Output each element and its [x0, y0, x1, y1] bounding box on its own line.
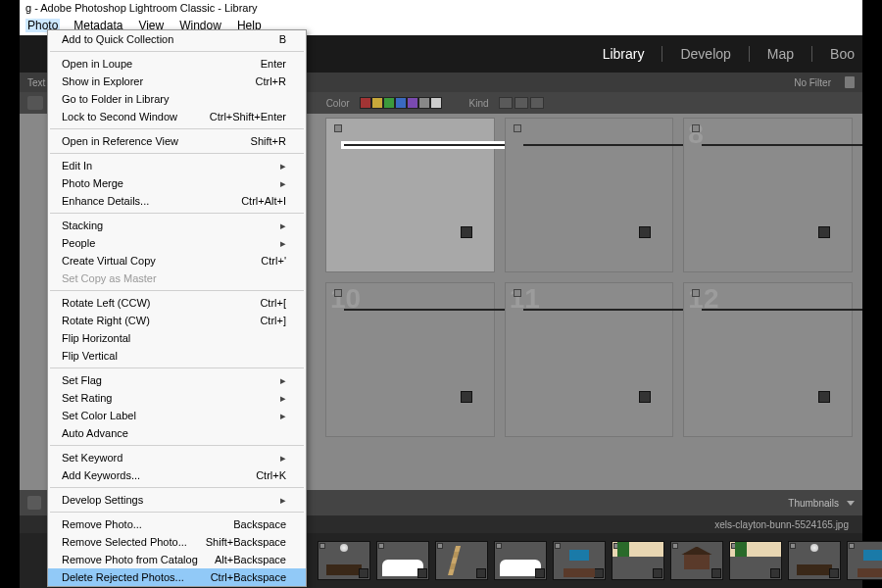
menu-item[interactable]: Open in LoupeEnter [48, 55, 306, 73]
color-swatches[interactable] [360, 97, 442, 109]
filmstrip-thumb[interactable] [729, 541, 782, 580]
separator [811, 46, 812, 62]
separator [662, 46, 662, 62]
color-swatch[interactable] [360, 97, 371, 109]
color-swatch[interactable] [430, 97, 442, 109]
thumbnail-badge-icon [770, 568, 780, 578]
menu-shortcut: Ctrl+[ [260, 297, 286, 309]
filter-lock-icon[interactable] [845, 76, 855, 88]
menu-item[interactable]: Remove Photo...Backspace [48, 515, 306, 533]
pick-flag-icon[interactable] [613, 543, 619, 549]
menu-item[interactable]: Set Rating▸ [48, 389, 306, 407]
filmstrip-thumb[interactable] [612, 541, 664, 580]
menu-shortcut: Backspace [233, 518, 286, 530]
menu-item[interactable]: Remove Photo from CatalogAlt+Backspace [48, 551, 306, 568]
pick-flag-icon[interactable] [672, 543, 678, 549]
menu-shortcut: Ctrl+Shift+Enter [210, 111, 286, 122]
menu-item-label: Flip Horizontal [62, 332, 286, 344]
filmstrip-thumb[interactable] [435, 541, 488, 580]
module-library[interactable]: Library [603, 46, 645, 62]
menu-item[interactable]: Remove Selected Photo...Shift+Backspace [48, 533, 306, 551]
thumbnail-badge-icon [653, 568, 662, 578]
filmstrip-thumb[interactable] [494, 541, 547, 580]
color-swatch[interactable] [371, 97, 383, 109]
pick-flag-icon[interactable] [514, 124, 521, 132]
thumbnail[interactable] [344, 144, 512, 146]
grid-cell[interactable]: 12 [683, 282, 853, 437]
menu-item[interactable]: Show in ExplorerCtrl+R [48, 73, 306, 90]
menu-item[interactable]: Flip Horizontal [48, 329, 306, 347]
filmstrip-thumb[interactable] [553, 541, 606, 580]
thumbnail[interactable] [523, 309, 691, 311]
menu-item[interactable]: Lock to Second WindowCtrl+Shift+Enter [48, 108, 306, 125]
pick-flag-icon[interactable] [319, 543, 325, 549]
color-label: Color [326, 98, 350, 109]
menu-item[interactable]: Add Keywords...Ctrl+K [48, 466, 306, 484]
menu-item[interactable]: Auto Advance [48, 424, 306, 442]
pick-flag-icon[interactable] [731, 543, 737, 549]
menu-item[interactable]: Rotate Right (CW)Ctrl+] [48, 312, 306, 329]
menu-item[interactable]: Set Color Label▸ [48, 407, 306, 424]
menu-separator [50, 445, 304, 446]
menu-item[interactable]: Set Keyword▸ [48, 449, 306, 466]
thumbnails-size-icon[interactable] [847, 501, 855, 506]
menu-item[interactable]: Photo Merge▸ [48, 174, 306, 192]
thumbnail[interactable] [702, 309, 862, 311]
menu-item[interactable]: Add to Quick CollectionB [48, 30, 306, 48]
color-swatch[interactable] [383, 97, 395, 109]
thumbnail[interactable] [523, 144, 691, 146]
menu-item[interactable]: Rotate Left (CCW)Ctrl+[ [48, 294, 306, 312]
pick-flag-icon[interactable] [514, 289, 521, 297]
menu-item[interactable]: Open in Reference ViewShift+R [48, 132, 306, 150]
pick-flag-icon[interactable] [496, 543, 502, 549]
menu-shortcut: Shift+R [251, 135, 286, 147]
filmstrip-thumb[interactable] [318, 541, 370, 580]
pick-flag-icon[interactable] [692, 289, 700, 297]
menu-item[interactable]: People▸ [48, 234, 306, 252]
thumbnail[interactable] [702, 144, 862, 146]
menu-item-label: Rotate Right (CW) [62, 315, 260, 326]
no-filter-label[interactable]: No Filter [794, 77, 831, 88]
menu-item[interactable]: Set Flag▸ [48, 371, 306, 389]
filmstrip-thumb[interactable] [847, 541, 882, 580]
module-develop[interactable]: Develop [680, 46, 730, 62]
filmstrip-thumb[interactable] [376, 541, 429, 580]
menu-item[interactable]: Stacking▸ [48, 217, 306, 234]
thumbnail[interactable] [344, 309, 512, 311]
thumbnail-badge-icon [829, 568, 839, 578]
grid-view-icon[interactable] [27, 496, 41, 510]
menu-item[interactable]: Edit In▸ [48, 157, 306, 174]
menu-item-label: Delete Rejected Photos... [62, 571, 211, 583]
grid-cell[interactable] [505, 118, 674, 272]
menu-item[interactable]: Develop Settings▸ [48, 491, 306, 509]
menu-item-label: People [62, 237, 280, 249]
kind-toggles[interactable] [499, 97, 544, 109]
pick-flag-icon[interactable] [378, 543, 384, 549]
menu-item[interactable]: Enhance Details...Ctrl+Alt+I [48, 192, 306, 210]
color-swatch[interactable] [418, 97, 430, 109]
pick-flag-icon[interactable] [790, 543, 796, 549]
grid-cell[interactable] [325, 118, 495, 272]
filter-hamburger-icon[interactable] [27, 96, 43, 110]
filter-text[interactable]: Text [27, 77, 45, 88]
grid-cell[interactable]: 10 [325, 282, 495, 437]
module-map[interactable]: Map [767, 46, 794, 62]
pick-flag-icon[interactable] [334, 124, 342, 132]
grid-cell[interactable]: 11 [505, 282, 674, 437]
pick-flag-icon[interactable] [692, 124, 700, 132]
menu-item[interactable]: Go to Folder in Library [48, 90, 306, 108]
filmstrip-thumb[interactable] [788, 541, 841, 580]
menu-item[interactable]: Flip Vertical [48, 347, 306, 365]
module-boo[interactable]: Boo [830, 46, 855, 62]
grid-cell[interactable]: 8 [683, 118, 853, 272]
menu-shortcut: Ctrl+R [256, 75, 286, 87]
pick-flag-icon[interactable] [849, 543, 855, 549]
filmstrip-thumb[interactable] [670, 541, 723, 580]
pick-flag-icon[interactable] [334, 289, 342, 297]
pick-flag-icon[interactable] [555, 543, 561, 549]
menu-item[interactable]: Create Virtual CopyCtrl+' [48, 252, 306, 270]
menu-item[interactable]: Delete Rejected Photos...Ctrl+Backspace [48, 568, 306, 586]
color-swatch[interactable] [395, 97, 407, 109]
color-swatch[interactable] [407, 97, 418, 109]
pick-flag-icon[interactable] [437, 543, 443, 549]
